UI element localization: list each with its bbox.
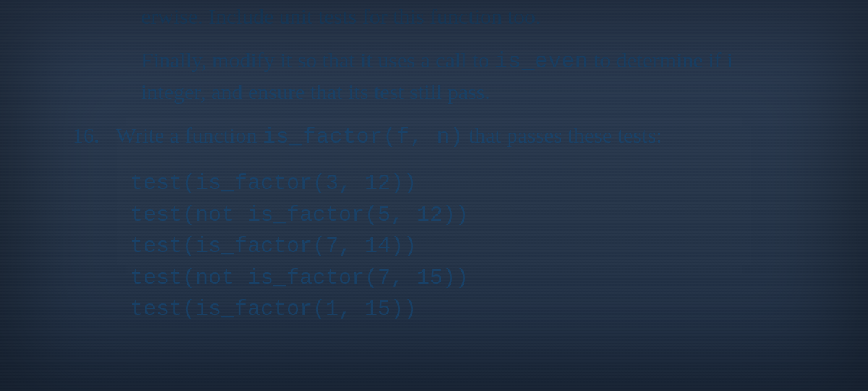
text-line: erwise. Include unit tests for this func… xyxy=(141,4,540,28)
test-code-block: test(is_factor(3, 12)) test(not is_facto… xyxy=(29,152,839,326)
test-line: test(is_factor(3, 12)) xyxy=(130,171,417,196)
test-line: test(not is_factor(5, 12)) xyxy=(130,203,469,227)
text-run: Write a function xyxy=(116,123,263,147)
text-run: that passes these tests: xyxy=(463,123,662,147)
test-line: test(is_factor(7, 14)) xyxy=(130,234,417,258)
text-line: integer, and ensure that its test still … xyxy=(141,80,490,104)
test-line: test(not is_factor(7, 15)) xyxy=(130,266,469,290)
paragraph-fragment: erwise. Include unit tests for this func… xyxy=(29,0,839,32)
inline-code-is-even: is_even xyxy=(495,49,589,74)
exercise-item-16: 16.Write a function is_factor(f, n) that… xyxy=(29,107,839,152)
text-run: Finally, modify it so that it uses a cal… xyxy=(141,48,495,72)
paragraph-finally: Finally, modify it so that it uses a cal… xyxy=(29,32,839,107)
inline-code-is-factor: is_factor(f, n) xyxy=(263,125,464,149)
item-number: 16. xyxy=(72,120,116,151)
test-line: test(is_factor(1, 15)) xyxy=(130,297,417,321)
text-run: to determine if i xyxy=(588,48,733,72)
document-page: erwise. Include unit tests for this func… xyxy=(0,0,868,326)
